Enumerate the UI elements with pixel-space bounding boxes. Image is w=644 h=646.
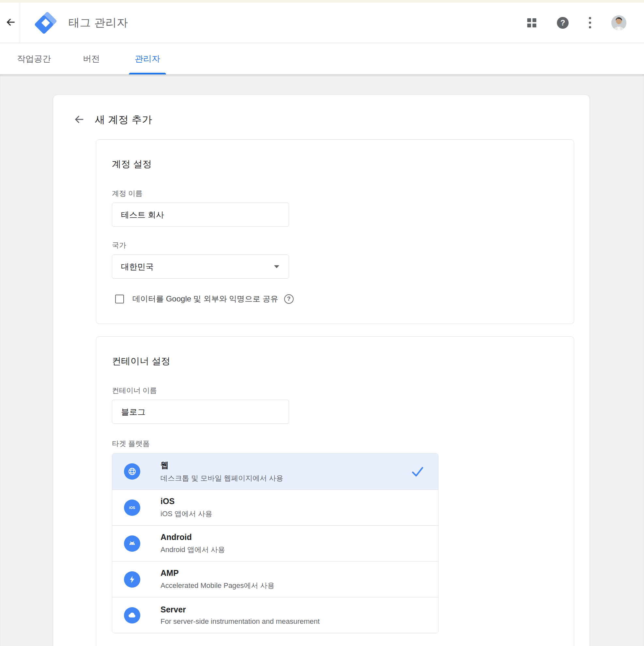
platform-row-server[interactable]: Server For server-side instrumentation a… (112, 597, 438, 633)
container-name-label: 컨테이너 이름 (112, 386, 558, 396)
container-name-input[interactable] (112, 400, 289, 424)
platform-title: Server (160, 605, 320, 614)
country-select[interactable]: 대한민국 (112, 254, 289, 279)
container-settings-heading: 컨테이너 설정 (112, 355, 558, 367)
chevron-down-icon (274, 265, 279, 268)
header-divider (20, 3, 20, 43)
share-data-label: 데이터를 Google 및 외부와 익명으로 공유 (132, 294, 278, 304)
tab-versions[interactable]: 버전 (67, 43, 116, 74)
account-name-label: 계정 이름 (112, 189, 558, 198)
ios-icon: iOS (124, 500, 140, 516)
amp-bolt-icon (124, 571, 140, 587)
target-platform-label: 타겟 플랫폼 (112, 439, 558, 449)
gtm-admin-screen: 태그 관리자 ? 작업공간 버전 (0, 0, 644, 646)
platform-row-amp[interactable]: AMP Accelerated Mobile Pages에서 사용 (112, 561, 438, 597)
share-data-checkbox[interactable] (115, 295, 124, 303)
share-data-row: 데이터를 Google 및 외부와 익명으로 공유 ? (112, 294, 558, 304)
window-top-strip (0, 0, 644, 3)
user-avatar[interactable] (611, 15, 626, 30)
tab-workspace[interactable]: 작업공간 (9, 43, 59, 74)
page-back-button[interactable] (72, 113, 87, 127)
account-settings-heading: 계정 설정 (112, 158, 558, 170)
country-selected-value: 대한민국 (121, 261, 154, 272)
platform-row-web[interactable]: 웹 데스크톱 및 모바일 웹페이지에서 사용 (112, 453, 438, 490)
header-back-button[interactable] (3, 3, 19, 43)
android-icon (124, 535, 140, 552)
account-name-input[interactable] (112, 203, 289, 227)
globe-icon (124, 463, 140, 479)
platform-subtitle: Android 앱에서 사용 (160, 545, 225, 555)
help-outline-icon[interactable]: ? (284, 294, 294, 304)
tab-admin[interactable]: 관리자 (123, 43, 172, 74)
back-arrow-icon (73, 113, 86, 127)
more-vertical-icon[interactable] (589, 17, 591, 28)
gtm-logo (32, 9, 60, 36)
platform-row-ios[interactable]: iOS iOS iOS 앱에서 사용 (112, 490, 438, 525)
platform-subtitle: iOS 앱에서 사용 (160, 509, 212, 519)
back-arrow-icon (5, 16, 17, 29)
apps-grid-icon[interactable] (527, 18, 537, 28)
platform-subtitle: Accelerated Mobile Pages에서 사용 (160, 581, 275, 590)
page-title-row: 새 계정 추가 (53, 95, 589, 127)
app-title: 태그 관리자 (69, 3, 128, 43)
platform-subtitle: For server-side instrumentation and meas… (160, 617, 320, 626)
svg-text:iOS: iOS (129, 506, 135, 510)
help-icon[interactable]: ? (557, 17, 569, 29)
app-header: 태그 관리자 ? (0, 3, 644, 43)
main-tabbar: 작업공간 버전 관리자 (0, 43, 644, 74)
container-settings-section: 컨테이너 설정 컨테이너 이름 타겟 플랫폼 웹 데스크톱 및 모바일 웹페이지… (96, 336, 574, 646)
cloud-icon (124, 607, 140, 624)
platform-title: AMP (160, 568, 275, 578)
platform-title: iOS (160, 497, 212, 506)
platform-subtitle: 데스크톱 및 모바일 웹페이지에서 사용 (160, 473, 283, 483)
platform-title: 웹 (160, 460, 283, 470)
account-settings-section: 계정 설정 계정 이름 국가 대한민국 데이터를 Google 및 외부와 익명… (96, 139, 574, 324)
platform-row-android[interactable]: Android Android 앱에서 사용 (112, 525, 438, 561)
header-actions: ? (527, 3, 644, 43)
add-account-card: 새 계정 추가 계정 설정 계정 이름 국가 대한민국 데이터를 Google … (53, 95, 590, 646)
content-area: 새 계정 추가 계정 설정 계정 이름 국가 대한민국 데이터를 Google … (0, 74, 644, 646)
target-platform-list: 웹 데스크톱 및 모바일 웹페이지에서 사용 iOS iOS iOS 앱에서 사… (112, 453, 438, 633)
page-title: 새 계정 추가 (95, 113, 152, 127)
platform-title: Android (160, 532, 225, 542)
country-label: 국가 (112, 240, 558, 250)
check-icon (411, 464, 424, 478)
